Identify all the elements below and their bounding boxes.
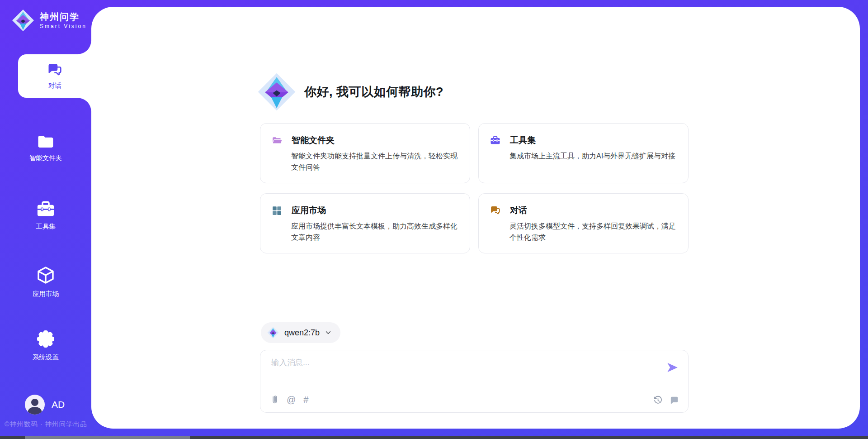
history-button[interactable] xyxy=(653,396,663,405)
sidebar-item-label: 工具集 xyxy=(36,222,56,231)
history-icon xyxy=(653,396,663,405)
model-selector[interactable]: qwen2:7b xyxy=(261,322,340,343)
sidebar-item-label: 智能文件夹 xyxy=(29,154,62,162)
sidebar-item-label: 对话 xyxy=(48,81,61,90)
sidebar-item-settings[interactable]: 系统设置 xyxy=(0,329,91,362)
composer-divider xyxy=(265,384,684,384)
chat-bubble-icon xyxy=(670,396,679,405)
sidebar-item-chat[interactable]: 对话 xyxy=(18,54,91,98)
card-smart-folders[interactable]: 智能文件夹 智能文件夹功能支持批量文件上传与清洗，轻松实现文件问答 xyxy=(260,123,470,183)
sidebar-item-app-market[interactable]: 应用市场 xyxy=(0,265,91,298)
card-title: 工具集 xyxy=(510,134,536,146)
send-button[interactable] xyxy=(665,360,680,376)
chat-bubbles-icon xyxy=(490,205,501,216)
sidebar-item-label: 系统设置 xyxy=(33,353,59,362)
card-toolset[interactable]: 工具集 集成市场上主流工具，助力AI与外界无缝扩展与对接 xyxy=(478,123,689,183)
sidebar-item-smart-folders[interactable]: 智能文件夹 xyxy=(0,134,91,162)
copyright-text: ©神州数码 · 神州问学出品 xyxy=(5,420,96,429)
composer-right-tools xyxy=(653,396,679,405)
card-description: 应用市场提供丰富长文本模板，助力高效生成多样化文章内容 xyxy=(291,221,459,243)
sidebar-item-label: 应用市场 xyxy=(33,290,59,298)
card-description: 智能文件夹功能支持批量文件上传与清洗，轻松实现文件问答 xyxy=(291,151,459,173)
main-panel: 你好, 我可以如何帮助你? 智能文件夹 智能文件夹功能支持批量文件上传与清洗，轻… xyxy=(91,7,860,429)
avatar xyxy=(25,395,45,415)
feature-cards: 智能文件夹 智能文件夹功能支持批量文件上传与清洗，轻松实现文件问答 工具集 集成… xyxy=(260,123,689,253)
composer-tools: @ # xyxy=(271,395,308,405)
message-composer: @ # xyxy=(260,350,689,413)
cube-icon xyxy=(36,265,56,285)
user-name: AD xyxy=(52,399,65,410)
folder-icon xyxy=(37,134,55,149)
brand-name: 神州问学 xyxy=(40,11,87,22)
card-description: 灵活切换多模型文件，支持多样回复效果调试，满足个性化需求 xyxy=(509,221,677,243)
user-account[interactable]: AD xyxy=(25,395,65,415)
mention-button[interactable]: @ xyxy=(287,395,296,404)
message-input[interactable] xyxy=(271,357,651,382)
hashtag-button[interactable]: # xyxy=(303,395,308,404)
chevron-down-icon xyxy=(325,329,331,336)
card-title: 应用市场 xyxy=(292,205,326,216)
paperclip-icon xyxy=(271,395,279,405)
card-description: 集成市场上主流工具，助力AI与外界无缝扩展与对接 xyxy=(509,151,677,162)
folder-open-icon xyxy=(271,135,283,146)
briefcase-icon xyxy=(36,200,55,218)
gear-icon xyxy=(36,329,55,348)
model-name: qwen2:7b xyxy=(284,328,320,338)
card-chat[interactable]: 对话 灵活切换多模型文件，支持多样回复效果调试，满足个性化需求 xyxy=(478,193,689,253)
gem-logo-icon xyxy=(12,9,34,32)
card-app-market[interactable]: 应用市场 应用市场提供丰富长文本模板，助力高效生成多样化文章内容 xyxy=(260,193,470,253)
feedback-button[interactable] xyxy=(670,396,679,405)
content-column: 你好, 我可以如何帮助你? 智能文件夹 智能文件夹功能支持批量文件上传与清洗，轻… xyxy=(260,7,689,429)
card-title: 对话 xyxy=(510,205,527,216)
gem-logo-icon xyxy=(257,72,296,111)
chat-bubbles-icon xyxy=(47,62,63,78)
app-logo: 神州问学 Smart Vision xyxy=(12,9,87,32)
brand-subtitle: Smart Vision xyxy=(40,23,87,29)
send-icon xyxy=(665,361,679,374)
sidebar-item-toolset[interactable]: 工具集 xyxy=(0,200,91,231)
greeting-text: 你好, 我可以如何帮助你? xyxy=(304,84,443,100)
attach-file-button[interactable] xyxy=(271,395,279,405)
gem-logo-icon xyxy=(267,327,279,339)
horizontal-scrollbar-thumb[interactable] xyxy=(25,436,190,439)
grid-icon xyxy=(271,205,283,216)
greeting-block: 你好, 我可以如何帮助你? xyxy=(257,72,443,111)
briefcase-icon xyxy=(490,135,501,146)
card-title: 智能文件夹 xyxy=(292,134,335,146)
